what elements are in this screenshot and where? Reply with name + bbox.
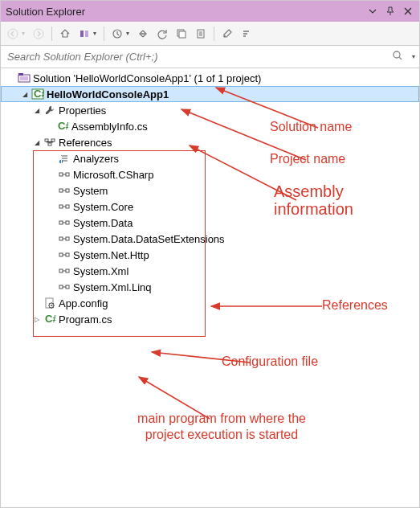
solution-icon <box>17 72 31 84</box>
svg-rect-22 <box>66 173 69 176</box>
reference-item[interactable]: System <box>1 182 419 199</box>
program-node[interactable]: C# Program.cs <box>1 311 419 327</box>
svg-text:C#: C# <box>45 313 55 325</box>
expand-toggle[interactable] <box>31 313 43 325</box>
references-label: References <box>59 137 115 149</box>
expand-toggle[interactable] <box>31 104 43 116</box>
toolbar: ▾ ▾ ▾ <box>1 22 419 46</box>
svg-rect-30 <box>66 237 69 240</box>
properties-button[interactable] <box>218 25 236 43</box>
reference-item[interactable]: System.Data.DataSetExtensions <box>1 231 419 247</box>
analyzers-icon: i <box>57 152 71 165</box>
reference-item[interactable]: System.Core <box>1 199 419 215</box>
svg-point-0 <box>8 29 18 39</box>
home-button[interactable] <box>56 25 74 43</box>
toolbar-separator <box>214 27 214 41</box>
assemblyinfo-node[interactable]: C# AssemblyInfo.cs <box>1 118 419 134</box>
reference-item[interactable]: Microsoft.CSharp <box>1 166 419 182</box>
switch-views-dropdown[interactable]: ▾ <box>93 30 100 37</box>
reference-icon <box>57 216 71 229</box>
expand-toggle[interactable] <box>31 137 43 148</box>
svg-rect-27 <box>59 221 63 224</box>
analyzers-label: Analyzers <box>73 153 122 165</box>
svg-rect-2 <box>80 31 84 37</box>
svg-text:i: i <box>60 154 63 164</box>
svg-rect-6 <box>179 31 186 38</box>
expand-placeholder <box>6 72 17 84</box>
analyzers-node[interactable]: i Analyzers <box>1 150 419 166</box>
pending-changes-dropdown[interactable]: ▾ <box>126 30 133 37</box>
annotation-main-program: main program from where the project exec… <box>133 411 310 443</box>
switch-views-button[interactable] <box>75 25 93 43</box>
refresh-button[interactable] <box>153 25 171 43</box>
solution-label: Solution 'HelloWorldConsoleApp1' (1 of 1… <box>33 72 264 84</box>
properties-node[interactable]: Properties <box>1 102 419 118</box>
search-icon[interactable] <box>387 50 408 63</box>
reference-item[interactable]: System.Net.Http <box>1 247 419 263</box>
svg-rect-31 <box>59 253 63 256</box>
solution-node[interactable]: Solution 'HelloWorldConsoleApp1' (1 of 1… <box>1 70 419 86</box>
dropdown-icon[interactable] <box>366 5 379 18</box>
reference-item[interactable]: System.Xml.Linq <box>1 279 419 295</box>
reference-item[interactable]: System.Xml <box>1 263 419 279</box>
forward-button[interactable] <box>30 25 47 43</box>
reference-label: System.Data <box>73 217 136 229</box>
reference-label: System.Net.Http <box>73 249 153 261</box>
properties-label: Properties <box>59 104 109 117</box>
search-dropdown[interactable]: ▾ <box>408 53 419 60</box>
reference-icon <box>57 168 71 181</box>
reference-icon <box>57 281 71 293</box>
project-node[interactable]: C# HelloWorldConsoleApp1 <box>1 86 419 102</box>
svg-rect-29 <box>59 237 63 240</box>
expand-placeholder <box>31 297 43 309</box>
back-dropdown[interactable]: ▾ <box>22 30 28 37</box>
expand-toggle[interactable] <box>19 88 31 100</box>
svg-point-39 <box>51 305 52 306</box>
titlebar: Solution Explorer <box>1 1 419 22</box>
svg-point-1 <box>34 29 43 39</box>
collapse-all-button[interactable] <box>173 25 190 43</box>
reference-item[interactable]: System.Data <box>1 215 419 231</box>
back-button[interactable] <box>4 25 22 43</box>
svg-text:C#: C# <box>34 88 44 100</box>
close-icon[interactable] <box>402 5 414 18</box>
svg-rect-11 <box>18 73 23 76</box>
svg-rect-12 <box>20 76 28 80</box>
csharp-file-icon: C# <box>55 120 70 133</box>
reference-label: System.Xml <box>73 265 132 277</box>
search-input[interactable] <box>1 47 387 66</box>
csharp-file-icon: C# <box>43 313 57 326</box>
search-row: ▾ <box>1 46 419 68</box>
references-node[interactable]: References <box>1 134 419 150</box>
sync-button[interactable] <box>134 25 152 43</box>
assemblyinfo-label: AssemblyInfo.cs <box>71 121 151 133</box>
reference-icon <box>57 232 71 245</box>
svg-rect-25 <box>59 205 63 208</box>
config-file-icon <box>43 297 57 309</box>
appconfig-node[interactable]: App.config <box>1 295 419 311</box>
pin-icon[interactable] <box>384 5 397 18</box>
svg-rect-33 <box>59 269 63 272</box>
annotation-config-file: Configuration file <box>222 354 318 369</box>
svg-rect-24 <box>66 189 69 192</box>
svg-line-46 <box>139 377 210 419</box>
svg-rect-35 <box>59 285 63 289</box>
reference-label: System.Data.DataSetExtensions <box>73 233 228 245</box>
pending-changes-button[interactable] <box>108 25 126 43</box>
svg-rect-17 <box>51 139 55 141</box>
preview-button[interactable] <box>238 25 255 43</box>
wrench-icon <box>43 104 57 117</box>
window-title: Solution Explorer <box>6 6 361 18</box>
reference-icon <box>57 248 71 261</box>
svg-rect-16 <box>45 139 48 141</box>
reference-icon <box>57 200 71 213</box>
show-all-files-button[interactable] <box>192 25 210 43</box>
solution-tree: Solution 'HelloWorldConsoleApp1' (1 of 1… <box>1 68 419 329</box>
svg-rect-32 <box>66 253 69 256</box>
svg-rect-21 <box>59 173 63 176</box>
program-label: Program.cs <box>59 313 115 326</box>
reference-label: System.Core <box>73 201 137 213</box>
expand-placeholder <box>44 121 55 132</box>
svg-rect-26 <box>66 205 69 208</box>
svg-line-45 <box>152 352 250 363</box>
